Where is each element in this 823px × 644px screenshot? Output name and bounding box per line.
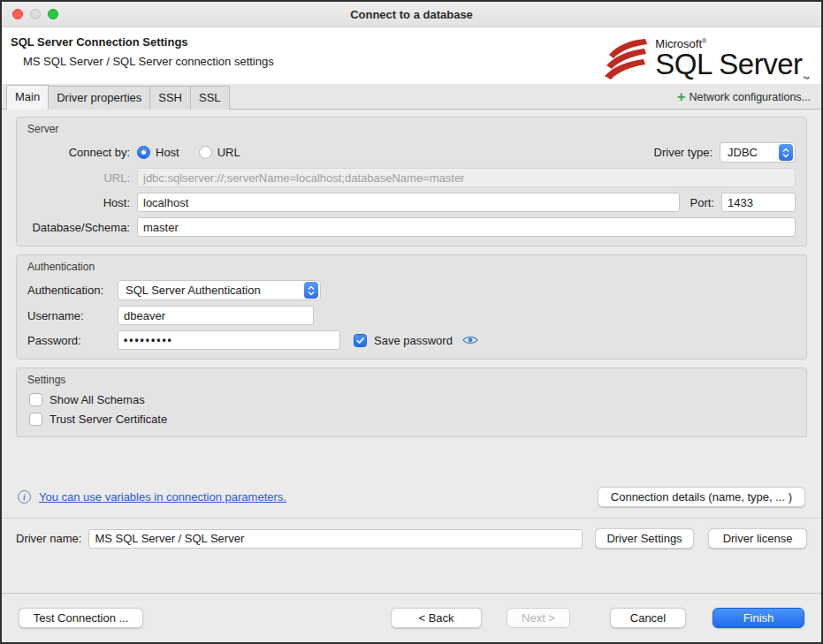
driver-name-label: Driver name: bbox=[16, 532, 81, 545]
trust-server-certificate-checkbox[interactable] bbox=[29, 413, 42, 426]
save-password-wrap: Save password bbox=[354, 334, 453, 347]
trust-server-certificate-label[interactable]: Trust Server Certificate bbox=[50, 413, 167, 426]
sql-server-swoosh-icon bbox=[604, 37, 650, 84]
tab-ssl[interactable]: SSL bbox=[190, 86, 230, 110]
dialog-header: SQL Server Connection Settings MS SQL Se… bbox=[2, 27, 821, 84]
tab-ssh[interactable]: SSH bbox=[149, 86, 191, 110]
test-connection-button[interactable]: Test Connection ... bbox=[19, 608, 143, 628]
logo-product: SQL Server™ bbox=[655, 49, 809, 83]
connect-by-url-radio[interactable] bbox=[199, 146, 212, 159]
minimize-window-button[interactable] bbox=[30, 9, 41, 19]
titlebar: Connect to a database bbox=[2, 2, 821, 27]
show-all-schemas-label[interactable]: Show All Schemas bbox=[50, 393, 145, 406]
save-password-label[interactable]: Save password bbox=[374, 334, 453, 347]
url-input bbox=[137, 168, 796, 187]
driver-name-row: Driver name: Driver Settings Driver lice… bbox=[16, 519, 807, 549]
password-input[interactable] bbox=[118, 330, 340, 350]
driver-type-select[interactable]: JDBC bbox=[720, 142, 796, 163]
cancel-button[interactable]: Cancel bbox=[610, 608, 686, 628]
port-label: Port: bbox=[690, 196, 714, 209]
close-window-button[interactable] bbox=[12, 9, 23, 19]
dialog-footer: Test Connection ... < Back Next > Cancel… bbox=[2, 593, 821, 642]
connect-by-label: Connect by: bbox=[27, 146, 130, 159]
username-input[interactable] bbox=[118, 306, 314, 325]
username-row: Username: bbox=[27, 306, 796, 325]
show-password-eye-icon[interactable] bbox=[462, 335, 478, 345]
window-title: Connect to a database bbox=[350, 8, 473, 21]
driver-type-value: JDBC bbox=[728, 146, 779, 159]
authentication-group-label: Authentication bbox=[27, 261, 796, 273]
database-row: Database/Schema: bbox=[27, 217, 796, 237]
driver-settings-button[interactable]: Driver Settings bbox=[595, 528, 694, 549]
port-input[interactable] bbox=[721, 193, 796, 212]
save-password-checkbox[interactable] bbox=[354, 334, 367, 347]
username-label: Username: bbox=[27, 309, 118, 322]
back-button[interactable]: < Back bbox=[391, 608, 482, 628]
password-row: Password: Save password bbox=[27, 330, 796, 350]
plus-icon: + bbox=[677, 92, 685, 102]
settings-group: Settings Show All Schemas Trust Server C… bbox=[16, 367, 807, 437]
database-schema-label: Database/Schema: bbox=[27, 221, 130, 234]
sql-server-logo: Microsoft® SQL Server™ bbox=[604, 37, 809, 84]
info-icon: i bbox=[18, 490, 31, 504]
window-controls bbox=[12, 2, 58, 27]
host-label: Host: bbox=[27, 196, 130, 209]
server-group-label: Server bbox=[27, 123, 796, 135]
tab-driver-properties[interactable]: Driver properties bbox=[48, 86, 150, 110]
connect-by-host-radio[interactable] bbox=[137, 146, 150, 159]
driver-type-wrap: Driver type: JDBC bbox=[654, 142, 796, 163]
connect-to-database-dialog: Connect to a database SQL Server Connect… bbox=[0, 0, 823, 644]
url-label: URL: bbox=[27, 171, 130, 185]
finish-button[interactable]: Finish bbox=[713, 608, 804, 628]
bottom-gap bbox=[16, 552, 807, 593]
page-subtitle: MS SQL Server / SQL Server connection se… bbox=[23, 55, 274, 68]
show-all-schemas-checkbox[interactable] bbox=[29, 393, 42, 406]
password-label: Password: bbox=[27, 334, 118, 347]
main-content: Server Connect by: Host URL Driver type:… bbox=[2, 110, 821, 593]
connect-by-url-radio-label[interactable]: URL bbox=[217, 146, 240, 159]
authentication-method-row: Authentication: SQL Server Authenticatio… bbox=[27, 280, 796, 300]
connect-by-host-radio-label[interactable]: Host bbox=[156, 146, 179, 159]
header-text: SQL Server Connection Settings MS SQL Se… bbox=[11, 35, 274, 68]
authentication-method-select[interactable]: SQL Server Authentication bbox=[118, 280, 321, 300]
authentication-method-label: Authentication: bbox=[27, 284, 118, 297]
select-stepper-icon bbox=[779, 144, 793, 161]
next-button: Next > bbox=[507, 608, 570, 628]
tabbar: Main Driver properties SSH SSL + Network… bbox=[2, 84, 821, 110]
network-configurations-label: Network configurations... bbox=[689, 91, 811, 103]
network-configurations-link[interactable]: + Network configurations... bbox=[677, 91, 811, 109]
info-row: i You can use variables in connection pa… bbox=[18, 487, 805, 507]
content-spacer bbox=[16, 445, 807, 487]
trust-server-certificate-row: Trust Server Certificate bbox=[29, 413, 796, 426]
variables-hint-link[interactable]: You can use variables in connection para… bbox=[39, 490, 286, 504]
driver-name-input[interactable] bbox=[88, 529, 583, 549]
driver-license-button[interactable]: Driver license bbox=[708, 528, 807, 549]
server-group: Server Connect by: Host URL Driver type:… bbox=[16, 117, 807, 246]
connect-by-row: Connect by: Host URL Driver type: JDBC bbox=[27, 142, 796, 163]
settings-group-label: Settings bbox=[27, 374, 796, 386]
authentication-group: Authentication Authentication: SQL Serve… bbox=[16, 254, 807, 360]
host-row: Host: Port: bbox=[27, 193, 796, 212]
page-title: SQL Server Connection Settings bbox=[11, 35, 274, 49]
sql-server-logo-text: Microsoft® SQL Server™ bbox=[655, 38, 809, 83]
authentication-method-value: SQL Server Authentication bbox=[126, 284, 304, 297]
driver-type-label: Driver type: bbox=[654, 146, 713, 159]
tab-main[interactable]: Main bbox=[6, 85, 49, 110]
show-all-schemas-row: Show All Schemas bbox=[29, 393, 796, 406]
zoom-window-button[interactable] bbox=[48, 9, 58, 19]
select-stepper-icon bbox=[304, 282, 318, 299]
database-schema-input[interactable] bbox=[137, 217, 796, 237]
host-input[interactable] bbox=[137, 193, 680, 212]
url-row: URL: bbox=[27, 168, 796, 187]
connection-details-button[interactable]: Connection details (name, type, ... ) bbox=[598, 487, 805, 507]
